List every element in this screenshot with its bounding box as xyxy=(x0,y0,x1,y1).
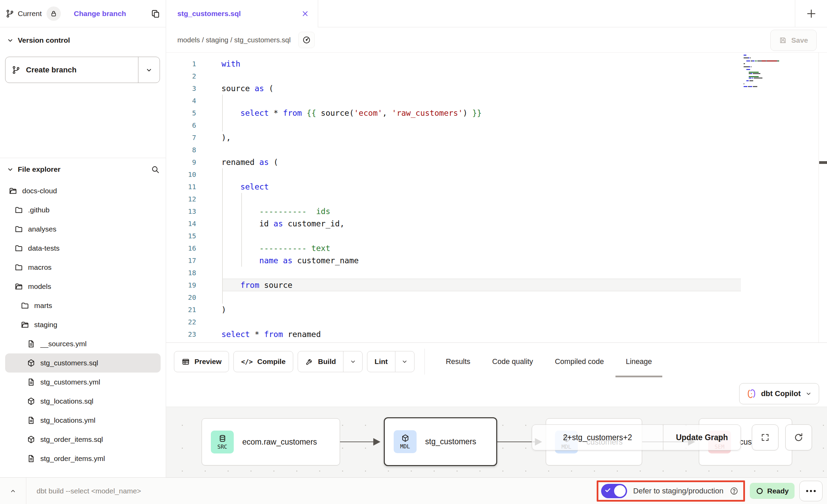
tree-item-stg-customers-sql[interactable]: stg_customers.sql xyxy=(5,353,161,373)
tree-item-label: .github xyxy=(28,206,50,214)
file-explorer-collapse-icon[interactable] xyxy=(6,165,14,173)
dbt-copilot-label: dbt Copilot xyxy=(761,389,801,398)
tree-item-stg-locations-yml[interactable]: stg_locations.yml xyxy=(5,411,161,430)
command-input[interactable]: dbt build --select <model_name> xyxy=(37,487,597,495)
db-icon xyxy=(218,434,227,443)
tree-item-stg-customers-yml[interactable]: stg_customers.yml xyxy=(5,373,161,392)
tree-item-label: stg_customers.yml xyxy=(40,378,100,386)
folder-icon xyxy=(21,301,29,310)
code-line-1: 1with xyxy=(166,58,827,70)
change-branch-link[interactable]: Change branch xyxy=(74,10,126,18)
lint-dropdown[interactable] xyxy=(395,351,414,372)
tree-item-staging[interactable]: staging xyxy=(5,315,161,334)
tree-item-label: analyses xyxy=(28,225,56,233)
tree-item-stg-locations-sql[interactable]: stg_locations.sql xyxy=(5,392,161,411)
tree-item-stg-order-items-yml[interactable]: stg_order_items.yml xyxy=(5,449,161,468)
tree-item-marts[interactable]: marts xyxy=(5,296,161,315)
more-options-button[interactable] xyxy=(799,481,823,501)
tree-item--sources-yml[interactable]: __sources.yml xyxy=(5,334,161,353)
tab-lineage[interactable]: Lineage xyxy=(626,343,652,380)
file-icon xyxy=(27,454,36,463)
tree-item-data-tests[interactable]: data-tests xyxy=(5,239,161,258)
tab-results[interactable]: Results xyxy=(446,343,471,380)
version-control-collapse-icon[interactable] xyxy=(6,36,14,44)
code-line-17: 17 name as customer_name xyxy=(166,254,827,267)
code-line-4: 4 xyxy=(166,95,827,107)
node-label: ecom.raw_customers xyxy=(242,437,317,447)
code-line-19: 19 from source xyxy=(166,279,827,291)
model-icon xyxy=(401,434,410,443)
build-dropdown[interactable] xyxy=(343,351,362,372)
update-graph-button[interactable]: Update Graph xyxy=(663,425,741,450)
dbt-copilot-button[interactable]: dbt Copilot xyxy=(739,383,819,404)
code-line-15: 15 xyxy=(166,230,827,242)
tree-item-label: macros xyxy=(28,263,52,271)
tree-item-macros[interactable]: macros xyxy=(5,258,161,277)
save-icon xyxy=(779,36,787,44)
lineage-graph[interactable]: SRCecom.raw_customersMDLstg_customersMDL… xyxy=(166,407,827,477)
editor-minimap[interactable] xyxy=(744,55,783,89)
breadcrumb: models / staging / stg_customers.sql xyxy=(177,36,291,44)
file-icon xyxy=(27,339,36,348)
node-label: stg_customers xyxy=(425,437,476,446)
check-icon xyxy=(605,487,611,493)
tree-item-docs-cloud[interactable]: docs-cloud xyxy=(5,181,161,200)
compile-button[interactable]: </>Compile xyxy=(233,351,293,372)
code-line-10: 10 xyxy=(166,168,827,181)
tree-item-label: stg_order_items.yml xyxy=(40,454,105,463)
save-button[interactable]: Save xyxy=(770,30,817,51)
tree-item-stg-order-items-sql[interactable]: stg_order_items.sql xyxy=(5,430,161,449)
new-tab-button[interactable] xyxy=(795,0,827,27)
version-control-title: Version control xyxy=(18,36,70,44)
tree-item-label: stg_order_items.sql xyxy=(40,435,103,444)
tab-code-quality[interactable]: Code quality xyxy=(492,343,533,380)
close-tab-icon[interactable] xyxy=(301,9,310,18)
build-button[interactable]: Build xyxy=(298,351,363,372)
tree-item--github[interactable]: .github xyxy=(5,200,161,220)
tab-stg-customers-sql[interactable]: stg_customers.sql xyxy=(166,0,318,27)
create-branch-dropdown[interactable] xyxy=(138,57,160,83)
model-performance-button[interactable] xyxy=(298,32,315,48)
lineage-node-stg-customers[interactable]: MDLstg_customers xyxy=(384,417,497,466)
code-editor[interactable]: 1with23source as (45 select * from {{ so… xyxy=(166,53,827,342)
lineage-filter-input[interactable]: 2+stg_customers+2 xyxy=(532,425,663,450)
lineage-node-ecom-raw-customers[interactable]: SRCecom.raw_customers xyxy=(202,418,340,465)
copy-branch-icon[interactable] xyxy=(151,9,160,18)
folder-open-icon xyxy=(14,282,23,291)
git-branch-icon xyxy=(12,66,21,74)
tree-item-models[interactable]: models xyxy=(5,277,161,296)
defer-toggle-highlight: Defer to staging/production xyxy=(597,480,745,502)
model-icon xyxy=(27,397,36,406)
lock-icon xyxy=(50,10,57,17)
chevron-down-icon xyxy=(145,66,153,74)
code-line-11: 11 select xyxy=(166,181,827,193)
code-line-24: 24 xyxy=(166,340,827,342)
lint-button[interactable]: Lint xyxy=(367,351,414,372)
code-line-13: 13 ---------- ids xyxy=(166,205,827,218)
folder-open-icon xyxy=(21,320,29,329)
file-tree: docs-cloud.githubanalysesdata-testsmacro… xyxy=(0,181,166,468)
plus-icon xyxy=(805,8,817,19)
fullscreen-button[interactable] xyxy=(752,424,778,450)
folder-icon xyxy=(14,225,23,234)
refresh-graph-button[interactable] xyxy=(785,424,812,450)
search-icon[interactable] xyxy=(151,165,160,174)
bottom-panel: Preview </>Compile Build Lint ResultsCod xyxy=(166,342,827,477)
dbt-copilot-icon xyxy=(746,389,757,399)
tab-compiled-code[interactable]: Compiled code xyxy=(555,343,604,380)
create-branch-button[interactable]: Create branch xyxy=(5,57,160,83)
toggle-knob xyxy=(614,485,626,497)
tree-item-label: marts xyxy=(34,302,52,310)
model-icon xyxy=(27,359,36,367)
version-control-section: Version control Create branch xyxy=(0,27,166,158)
tree-item-analyses[interactable]: analyses xyxy=(5,220,161,239)
file-icon xyxy=(27,416,36,425)
help-icon[interactable] xyxy=(730,487,738,495)
collapse-panel-button[interactable] xyxy=(0,478,26,504)
tree-item-label: stg_customers.sql xyxy=(40,359,98,367)
branch-header: Current Change branch xyxy=(0,0,166,27)
preview-button[interactable]: Preview xyxy=(174,351,229,372)
defer-toggle[interactable] xyxy=(601,484,627,498)
model-icon xyxy=(27,435,36,444)
main-area: Current Change branch Version control Cr… xyxy=(0,0,827,477)
